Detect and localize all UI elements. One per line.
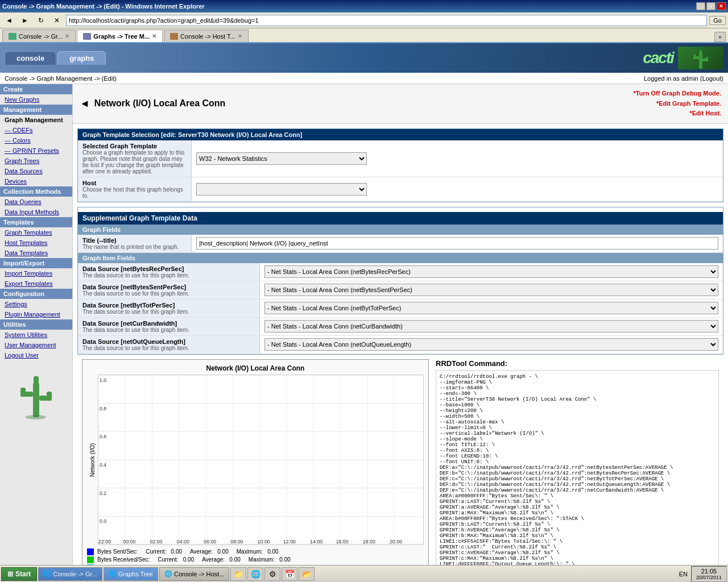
- clock-date: 20/07/2011: [696, 575, 722, 580]
- console-tab[interactable]: console: [5, 51, 56, 65]
- supplemental-section: Supplemental Graph Template Data Graph F…: [77, 207, 723, 355]
- taskbar-explorer-btn[interactable]: 📁: [230, 567, 246, 581]
- start-button[interactable]: ⊞ Start: [1, 567, 37, 581]
- svg-text:06:00: 06:00: [204, 539, 216, 544]
- sidebar-item-gprint[interactable]: --- GPRINT Presets: [0, 146, 72, 156]
- tab-new-button[interactable]: +: [714, 32, 726, 42]
- host-row: Host Choose the host that this graph bel…: [78, 177, 723, 202]
- legend-label-0: Bytes Sent/Sec:: [97, 548, 138, 555]
- content-area: ◄ Network (I/O) Local Area Conn *Turn Of…: [73, 84, 728, 582]
- rrdtool-command-title: RRDTool Command:: [436, 359, 719, 368]
- taskbar-calendar-btn[interactable]: 📅: [282, 567, 297, 581]
- item-select-2[interactable]: - Net Stats - Local Area Conn (netBytTot…: [264, 302, 718, 314]
- item-row-4: Data Source [netOutQueueLength] The data…: [78, 336, 723, 354]
- legend-color-1: [87, 556, 94, 563]
- title-field-name: Title (--title): [82, 237, 187, 244]
- breadcrumb: Console -> Graph Management -> (Edit): [5, 75, 117, 82]
- item-row-3: Data Source [netCurBandwidth] The data s…: [78, 318, 723, 336]
- item-name-0: Data Source [netBytesRecPerSec]: [82, 265, 255, 272]
- refresh-button[interactable]: ↻: [34, 14, 48, 27]
- edit-template-action[interactable]: *Edit Graph Template.: [634, 99, 721, 109]
- sidebar-item-graph-trees[interactable]: Graph Trees: [0, 156, 72, 166]
- address-bar[interactable]: [66, 15, 707, 26]
- tab-close-2[interactable]: ✕: [152, 33, 156, 39]
- selected-template-desc: Choose a graph template to apply to this…: [82, 149, 187, 174]
- svg-rect-2: [693, 55, 696, 59]
- close-button[interactable]: ✕: [717, 2, 726, 10]
- taskbar-ie-btn[interactable]: 🌐: [247, 567, 263, 581]
- taskbar-settings-btn[interactable]: ⚙: [264, 567, 280, 581]
- sidebar-item-cdefs[interactable]: --- CDEFs: [0, 125, 72, 135]
- tab-close-1[interactable]: ✕: [65, 33, 69, 39]
- item-desc-0: The data source to use for this graph it…: [82, 272, 255, 278]
- title-row: Title (--title) The name that is printed…: [78, 235, 723, 253]
- sidebar-logo: [0, 360, 72, 434]
- graphs-tab[interactable]: graphs: [57, 51, 106, 65]
- svg-text:0.2: 0.2: [100, 490, 106, 496]
- ie-tab-2[interactable]: Graphs -> Tree M... ✕: [77, 30, 163, 42]
- ie-tab-1[interactable]: Console -> Gr... ✕: [2, 30, 76, 42]
- back-button[interactable]: ◄: [2, 14, 16, 27]
- sidebar-section-import-export: Import/Export: [0, 258, 72, 268]
- page-title: Network (I/O) Local Area Conn: [94, 98, 226, 108]
- sidebar-item-new-graphs[interactable]: New Graphs: [0, 94, 72, 105]
- sidebar-item-host-templates[interactable]: Host Templates: [0, 238, 72, 248]
- svg-text:0.0: 0.0: [100, 518, 106, 524]
- sidebar-item-settings[interactable]: Settings: [0, 299, 72, 309]
- legend-max-0: Maximum: 0.00: [237, 548, 279, 555]
- svg-rect-0: [699, 53, 702, 69]
- sidebar-item-logout[interactable]: Logout User: [0, 350, 72, 360]
- sidebar-item-data-templates[interactable]: Data Templates: [0, 248, 72, 258]
- start-label: Start: [15, 570, 31, 578]
- svg-text:10:00: 10:00: [258, 539, 270, 544]
- tab-close-3[interactable]: ✕: [238, 33, 242, 39]
- item-select-3[interactable]: - Net Stats - Local Area Conn (netCurBan…: [264, 320, 718, 332]
- legend-label-1: Bytes Received/Sec:: [97, 556, 150, 563]
- sidebar-item-system-utilities[interactable]: System Utilities: [0, 330, 72, 340]
- sidebar-item-graph-management[interactable]: Graph Management: [0, 115, 72, 125]
- item-select-4[interactable]: - Net Stats - Local Area Conn (netOutQue…: [264, 338, 718, 351]
- item-select-1[interactable]: - Net Stats - Local Area Conn (netBytesS…: [264, 284, 718, 296]
- taskbar-host-item[interactable]: 🌐 Console -> Host...: [159, 567, 229, 581]
- stop-button[interactable]: ✕: [50, 14, 64, 27]
- sidebar-item-devices[interactable]: Devices: [0, 176, 72, 186]
- sidebar-item-plugin-management[interactable]: Plugin Management: [0, 309, 72, 319]
- sidebar-section-management: Management: [0, 105, 72, 115]
- restore-button[interactable]: ▪: [706, 2, 715, 10]
- minimize-button[interactable]: _: [696, 2, 705, 10]
- taskbar-clock: 21:05 20/07/2011: [691, 566, 727, 582]
- graph-with-axis: Network (I/O): [87, 375, 424, 545]
- ie-toolbar: ◄ ► ↻ ✕ Go: [0, 13, 728, 28]
- taskbar-folder-btn[interactable]: 📂: [299, 567, 315, 581]
- host-select[interactable]: [196, 183, 367, 196]
- title-input[interactable]: [196, 237, 718, 250]
- sidebar-item-data-input[interactable]: Data Input Methods: [0, 207, 72, 217]
- selected-template-select[interactable]: W32 - Network Statistics: [196, 152, 367, 165]
- sidebar-item-export-templates[interactable]: Export Templates: [0, 278, 72, 289]
- sidebar-item-data-sources[interactable]: Data Sources: [0, 166, 72, 176]
- svg-text:18:00: 18:00: [363, 539, 375, 544]
- item-select-0[interactable]: - Net Stats - Local Area Conn (netBytesR…: [264, 265, 718, 278]
- item-label-0: Data Source [netBytesRecPerSec] The data…: [78, 263, 260, 281]
- ie-tab-1-label: Console -> Gr...: [19, 33, 63, 40]
- item-name-1: Data Source [netBytesSentPerSec]: [82, 284, 255, 290]
- debug-mode-action[interactable]: *Turn Off Graph Debug Mode.: [634, 89, 721, 99]
- sidebar-item-graph-templates[interactable]: Graph Templates: [0, 227, 72, 238]
- sidebar-item-data-queries[interactable]: Data Queries: [0, 197, 72, 207]
- graph-preview-title: Network (I/O) Local Area Conn: [87, 364, 424, 372]
- selected-template-row: Selected Graph Template Choose a graph t…: [78, 140, 723, 177]
- go-button[interactable]: Go: [709, 16, 726, 25]
- edit-host-action[interactable]: *Edit Host.: [634, 109, 721, 119]
- forward-button[interactable]: ►: [18, 14, 32, 27]
- sidebar-item-user-management[interactable]: User Management: [0, 340, 72, 350]
- ie-tab-3[interactable]: Console -> Host T... ✕: [164, 30, 249, 42]
- sidebar-item-import-templates[interactable]: Import Templates: [0, 268, 72, 278]
- taskbar-graphs-item[interactable]: 🌐 Graphs Tree: [104, 567, 158, 581]
- back-arrow-icon[interactable]: ◄: [80, 98, 90, 110]
- taskbar-ie-item[interactable]: 🌐 Console -> Gr...: [38, 567, 102, 581]
- item-row-2: Data Source [netBytTotPerSec] The data s…: [78, 300, 723, 318]
- svg-text:0.6: 0.6: [100, 434, 106, 439]
- host-field-desc: Choose the host that this graph belongs …: [82, 186, 187, 199]
- sidebar-item-colors[interactable]: --- Colors: [0, 135, 72, 146]
- taskbar-ie-icon: 🌐: [43, 570, 51, 577]
